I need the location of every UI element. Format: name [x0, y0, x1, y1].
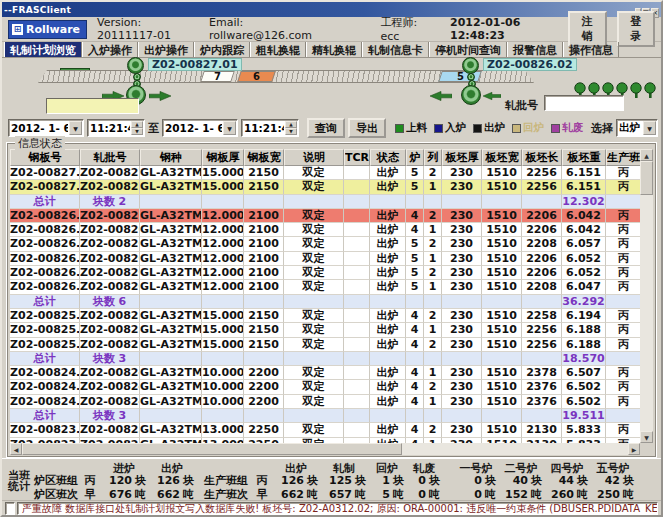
- table-row-Z02-00826.02[interactable]: Z02-00826.02Z02-00826GL-A32TM12.0002100双…: [10, 209, 640, 223]
- from-date-select[interactable]: 2012- 1- 6 ▼: [8, 119, 84, 137]
- scroll-right-icon[interactable]: ▶: [628, 443, 640, 455]
- table-row-Z02-00826.03[interactable]: Z02-00826.03Z02-00826GL-A32TM12.0002100双…: [10, 280, 640, 294]
- cell-slab-weight: 6.188: [562, 323, 606, 337]
- table-row-Z02-00826.01[interactable]: Z02-00826.01Z02-00826GL-A32TM12.0002100双…: [10, 223, 640, 237]
- spin-down-icon[interactable]: ▼: [131, 128, 143, 135]
- vertical-scrollbar[interactable]: ▲ ▼: [640, 149, 653, 443]
- scroll-left-icon[interactable]: ◀: [10, 443, 22, 455]
- col-tcr[interactable]: TCR: [344, 149, 370, 166]
- table-row-Z02-00826.04[interactable]: Z02-00826.04Z02-00826GL-A32TM12.0002100双…: [10, 252, 640, 266]
- spin-up-icon[interactable]: ▲: [131, 121, 143, 128]
- table-row-total[interactable]: 总计块数 636.292: [10, 295, 640, 309]
- col-production-shift[interactable]: 生产班组: [606, 149, 642, 166]
- from-time-input[interactable]: 11:21:47 ▲▼: [87, 119, 145, 137]
- col-steel-grade[interactable]: 钢种: [140, 149, 202, 166]
- spin-down-icon[interactable]: ▼: [285, 128, 297, 135]
- cell-steel-grade: [140, 295, 202, 309]
- table-row-Z02-00825.03[interactable]: Z02-00825.03Z02-00825GL-A32TM15.0002150双…: [10, 309, 640, 323]
- table-row-Z02-00826.06[interactable]: Z02-00826.06Z02-00826GL-A32TM12.0002100双…: [10, 237, 640, 251]
- query-button[interactable]: 查询: [307, 118, 345, 138]
- cell-row: 1: [424, 395, 442, 409]
- cell-slab-length: 2208: [522, 280, 562, 294]
- logo-text: Rollware: [26, 23, 80, 36]
- to-date-select[interactable]: 2012- 1- 6 ▼: [162, 119, 238, 137]
- cell-plate-thickness: 12.000: [202, 223, 244, 237]
- vertical-scroll-thumb[interactable]: [640, 161, 653, 195]
- col-slab-thickness[interactable]: 板坯厚: [442, 149, 482, 166]
- table-row-total[interactable]: 总计块数 319.511: [10, 409, 640, 423]
- spin-up-icon[interactable]: ▲: [285, 121, 297, 128]
- col-plate-no[interactable]: 钢板号: [10, 149, 80, 166]
- table-header: 钢板号轧批号钢种钢板厚钢板宽说明TCR状态炉列板坯厚板坯宽板坯长板坯重生产班组: [10, 149, 640, 166]
- table-row-Z02-00827.02[interactable]: Z02-00827.02Z02-00827GL-A32TM15.0002150双…: [10, 166, 640, 180]
- cell-production-shift: 丙: [606, 180, 640, 194]
- cell-production-shift: 丙: [606, 252, 640, 266]
- table-row-Z02-00824.01[interactable]: Z02-00824.01Z02-00824GL-A32TM10.0002200双…: [10, 395, 640, 409]
- cell-slab-length: 2376: [522, 380, 562, 394]
- table-row-Z02-00827.01[interactable]: Z02-00827.01Z02-00827GL-A32TM15.0002150双…: [10, 180, 640, 194]
- cell-plate-width: 2150: [244, 338, 284, 352]
- scroll-down-icon[interactable]: ▼: [640, 431, 653, 443]
- email-label: Email: rollware@126.com: [209, 16, 327, 42]
- cell-plate-width: [244, 409, 284, 423]
- cell-slab-length: [522, 352, 562, 366]
- note-field[interactable]: [46, 98, 139, 114]
- tree-icon: [644, 82, 656, 102]
- tab-alarm-info[interactable]: 报警信息: [507, 42, 563, 57]
- horizontal-scrollbar[interactable]: ◀ ▶: [10, 443, 640, 455]
- table-row-Z02-00824.03[interactable]: Z02-00824.03Z02-00824GL-A32TM10.0002200双…: [10, 366, 640, 380]
- dropdown-arrow-icon[interactable]: ▼: [643, 121, 656, 135]
- col-furnace[interactable]: 炉: [406, 149, 424, 166]
- cell-slab-width: [482, 409, 522, 423]
- col-status[interactable]: 状态: [370, 149, 406, 166]
- cell-status: 出炉: [370, 180, 406, 194]
- table-row-Z02-00823.02[interactable]: Z02-00823.02Z02-00823GL-A32TM13.0002250双…: [10, 423, 640, 437]
- login-button[interactable]: 登录: [617, 11, 655, 47]
- tab-discharge-op[interactable]: 出炉操作: [138, 42, 194, 57]
- tab-plan-browse[interactable]: 轧制计划浏览: [4, 42, 82, 57]
- cell-production-shift: 丙: [606, 309, 640, 323]
- table-row-Z02-00824.02[interactable]: Z02-00824.02Z02-00824GL-A32TM10.0002200双…: [10, 380, 640, 394]
- app-window: --FRASClient _□× ⊞ Rollware Version: 201…: [0, 0, 663, 517]
- cell-slab-thickness: 230: [442, 166, 482, 180]
- tab-charge-op[interactable]: 入炉操作: [82, 42, 138, 57]
- dropdown-arrow-icon[interactable]: ▼: [69, 121, 82, 135]
- dropdown-arrow-icon[interactable]: ▼: [223, 121, 236, 135]
- col-row[interactable]: 列: [424, 149, 442, 166]
- table-row-Z02-00826.05[interactable]: Z02-00826.05Z02-00826GL-A32TM12.0002100双…: [10, 266, 640, 280]
- col-batch-no[interactable]: 轧批号: [80, 149, 140, 166]
- to-time-input[interactable]: 11:21:47 ▲▼: [241, 119, 299, 137]
- cell-slab-thickness: 230: [442, 180, 482, 194]
- tab-finish-roll-change[interactable]: 精轧换辊: [306, 42, 362, 57]
- cell-row: 2: [424, 338, 442, 352]
- col-slab-length[interactable]: 板坯长: [522, 149, 562, 166]
- table-row-total[interactable]: 总计块数 318.570: [10, 352, 640, 366]
- col-plate-width[interactable]: 钢板宽: [244, 149, 284, 166]
- table-row-Z02-00825.02[interactable]: Z02-00825.02Z02-00825GL-A32TM15.0002150双…: [10, 323, 640, 337]
- cell-slab-thickness: 230: [442, 309, 482, 323]
- shift-stats-label: 当班 统计: [8, 460, 34, 500]
- cell-production-shift: 丙: [606, 395, 640, 409]
- cell-status: 出炉: [370, 395, 406, 409]
- tab-downtime-query[interactable]: 停机时间查询: [429, 42, 507, 57]
- col-plate-thickness[interactable]: 钢板厚: [202, 149, 244, 166]
- cell-batch-no: Z02-00825: [80, 338, 140, 352]
- horizontal-scroll-thumb[interactable]: [22, 443, 402, 455]
- cell-tcr: [344, 309, 370, 323]
- scroll-up-icon[interactable]: ▲: [640, 149, 653, 161]
- tab-rolling-info-card[interactable]: 轧制信息卡: [362, 42, 429, 57]
- table-row-total[interactable]: 总计块数 212.302: [10, 195, 640, 209]
- cell-plate-width: 2100: [244, 223, 284, 237]
- statusbar-cell: [5, 502, 15, 515]
- tab-furnace-tracking[interactable]: 炉内跟踪: [194, 42, 250, 57]
- status-select[interactable]: 出炉 ▼: [616, 119, 658, 137]
- tab-operation-info[interactable]: 操作信息: [563, 42, 619, 57]
- export-button[interactable]: 导出: [348, 118, 386, 138]
- cell-slab-length: 2206: [522, 266, 562, 280]
- col-slab-weight[interactable]: 板坯重: [562, 149, 606, 166]
- col-slab-width[interactable]: 板坯宽: [482, 149, 522, 166]
- col-description[interactable]: 说明: [284, 149, 344, 166]
- table-row-Z02-00825.01[interactable]: Z02-00825.01Z02-00825GL-A32TM15.0002150双…: [10, 338, 640, 352]
- tab-rough-roll-change[interactable]: 粗轧换辊: [250, 42, 306, 57]
- batch-no-input[interactable]: [544, 95, 624, 111]
